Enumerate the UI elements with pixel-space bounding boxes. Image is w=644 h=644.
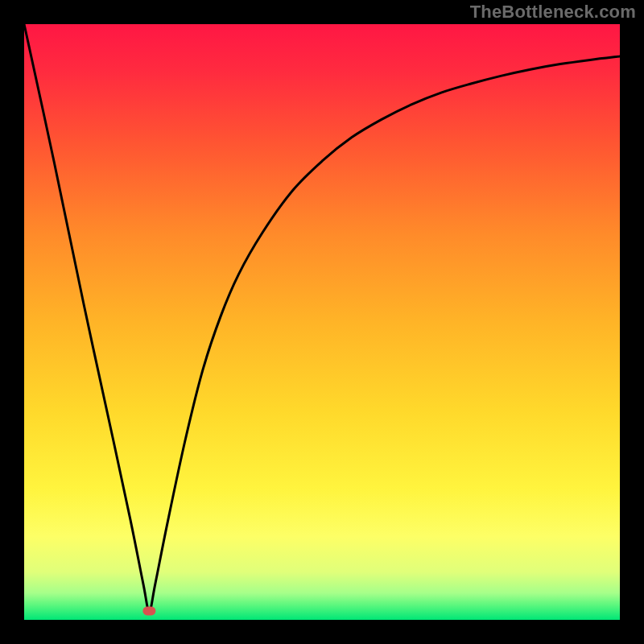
optimal-point-marker — [142, 606, 155, 615]
gradient-background — [24, 24, 620, 620]
plot-area — [24, 24, 620, 620]
bottleneck-chart — [24, 24, 620, 620]
chart-frame: TheBottleneck.com — [0, 0, 644, 644]
watermark-text: TheBottleneck.com — [470, 2, 636, 23]
